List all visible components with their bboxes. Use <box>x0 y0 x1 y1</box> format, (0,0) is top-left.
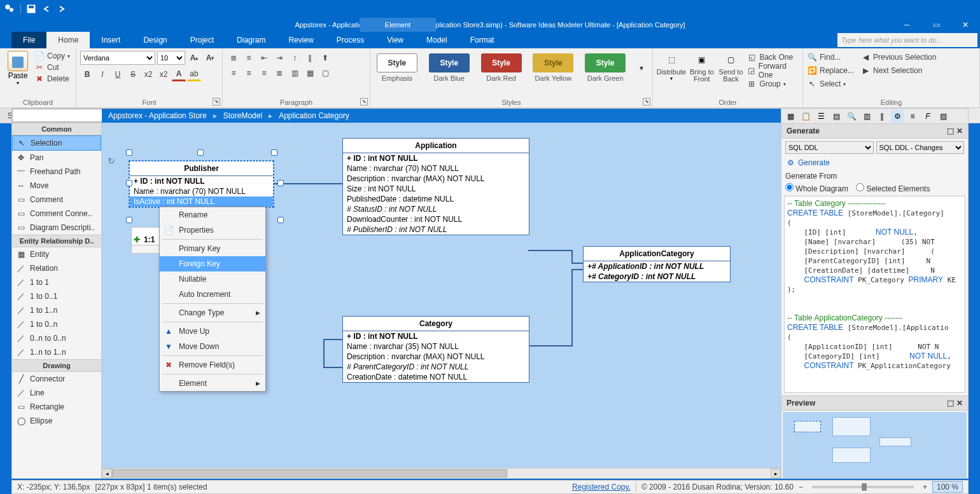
zoom-in-button[interactable]: + <box>923 483 927 491</box>
menu-diagram[interactable]: Diagram <box>225 32 277 48</box>
styles-more-button[interactable]: ▾ <box>634 61 648 75</box>
menu-design[interactable]: Design <box>132 32 178 48</box>
panel-icon-6[interactable]: ▥ <box>860 110 873 123</box>
tool-1-to-0-n[interactable]: ／1 to 0..n <box>12 317 101 331</box>
paragraph-dialog-launcher[interactable]: ⬊ <box>360 98 368 106</box>
previous-selection-button[interactable]: ◀Previous Selection <box>860 51 936 64</box>
tell-me-search[interactable]: Type here what you want to do... <box>837 33 977 47</box>
menu-insert[interactable]: Insert <box>90 32 132 48</box>
panel-icon-1[interactable]: ▦ <box>784 110 797 123</box>
paste-button[interactable]: Paste▾ <box>4 50 32 95</box>
ctx-change-type[interactable]: Change Type▶ <box>160 305 265 320</box>
text-direction-icon[interactable]: ↕ <box>288 51 302 65</box>
minimize-button[interactable]: ─ <box>892 18 921 32</box>
font-family-select[interactable]: Verdana <box>80 51 155 65</box>
panel-icon-5[interactable]: 🔍 <box>845 110 858 123</box>
entity-field[interactable]: +# ApplicationID : int NOT NULL <box>584 261 730 271</box>
distribute-button[interactable]: ⬚Distribute▾ <box>657 51 686 90</box>
breadcrumb-item[interactable]: Application Category <box>279 111 349 120</box>
shrink-font-icon[interactable]: A▾ <box>203 51 217 65</box>
panel-pin-icon[interactable]: ⬚ <box>947 127 954 135</box>
forward-one-button[interactable]: ◲Forward One <box>746 64 799 77</box>
tool-relation[interactable]: ／Relation <box>12 261 101 275</box>
menu-review[interactable]: Review <box>277 32 325 48</box>
ctx-move-down[interactable]: ▼Move Down <box>160 339 265 354</box>
entity-field[interactable]: PublishedDate : datetime NULL <box>343 194 529 204</box>
entity-field[interactable]: Description : nvarchar (MAX) NOT NULL <box>343 174 529 184</box>
cut-button[interactable]: ✂Cut <box>34 62 70 72</box>
highlight-button[interactable]: ab <box>187 67 201 81</box>
ctx-nullable[interactable]: Nullable <box>160 271 265 287</box>
selected-elements-radio[interactable]: Selected Elements <box>856 183 930 193</box>
entity-field[interactable]: Name : nvarchar (35) NOT NULL <box>343 341 529 352</box>
align-right-icon[interactable]: ≡ <box>257 66 271 80</box>
redo-icon[interactable] <box>57 4 67 14</box>
maximize-button[interactable]: ▭ <box>921 18 951 32</box>
group-button[interactable]: ⊞Group ▾ <box>746 78 799 90</box>
entity-field[interactable]: # StatusID : int NOT NULL <box>343 204 529 214</box>
entity-field[interactable]: +# CategoryID : int NOT NULL <box>584 271 730 282</box>
subscript-button[interactable]: x2 <box>141 67 155 81</box>
scroll-right-button[interactable]: ▸ <box>771 469 781 478</box>
file-menu[interactable]: File <box>11 32 46 48</box>
menu-project[interactable]: Project <box>179 32 225 48</box>
ctx-move-up[interactable]: ▲Move Up <box>160 324 265 339</box>
breadcrumb-item[interactable]: StoreModel <box>223 111 262 120</box>
entity-category[interactable]: Category + ID : int NOT NULLName : nvarc… <box>342 316 529 383</box>
scroll-left-button[interactable]: ◂ <box>102 469 112 478</box>
menu-home[interactable]: Home <box>46 32 90 48</box>
ctx-element[interactable]: Element▶ <box>160 376 265 391</box>
breadcrumb-item[interactable]: Appstorex - Application Store <box>108 111 207 120</box>
entity-field[interactable]: Name : nvarchar (70) NOT NULL <box>130 186 273 196</box>
sql-output[interactable]: -- Table Category --------------- CREATE… <box>784 196 965 393</box>
align-top-icon[interactable]: ⬆ <box>318 51 332 65</box>
tool-comment[interactable]: ▭Comment <box>12 193 101 207</box>
bullets-icon[interactable]: ≣ <box>227 51 241 65</box>
close-button[interactable]: ✕ <box>951 18 980 32</box>
entity-field[interactable]: Name : nvarchar (70) NOT NULL <box>343 163 529 174</box>
tool-line[interactable]: ／Line <box>12 386 101 400</box>
menu-model[interactable]: Model <box>415 32 459 48</box>
entity-field[interactable]: CreationDate : datetime NOT NULL <box>343 372 529 382</box>
menu-format[interactable]: Format <box>459 32 506 48</box>
grow-font-icon[interactable]: A▴ <box>187 51 201 65</box>
entity-field[interactable]: IsActive : int NOT NULL <box>130 196 273 207</box>
entity-field[interactable]: # PublisherID : int NOT NULL <box>343 224 529 235</box>
ctx-properties[interactable]: 📄Properties <box>160 223 265 238</box>
menu-view[interactable]: View <box>375 32 415 48</box>
generate-mode-select[interactable]: SQL DDL - Changes <box>876 141 965 154</box>
columns-icon[interactable]: ▥ <box>288 66 302 80</box>
generate-button[interactable]: ⚙Generate <box>785 156 964 169</box>
diagram-canvas[interactable]: Publisher + ID : int NOT NULLName : nvar… <box>102 123 781 478</box>
tool-pan[interactable]: ✥Pan <box>12 151 101 165</box>
entity-field[interactable]: + ID : int NOT NULL <box>130 176 273 186</box>
entity-field[interactable]: # ParentCategoryID : int NOT NULL <box>343 362 529 372</box>
panel-icon-7[interactable]: ‖ <box>876 110 888 123</box>
entity-field[interactable]: Description : nvarchar (MAX) NOT NULL <box>343 352 529 362</box>
style-dark-red[interactable]: StyleDark Red <box>479 53 524 82</box>
ctx-rename[interactable]: Rename <box>160 207 265 223</box>
numbering-icon[interactable]: ≡ <box>242 51 256 65</box>
tool-freehand-path[interactable]: 〰Freehand Path <box>12 165 101 179</box>
style-dark-green[interactable]: StyleDark Green <box>582 53 628 82</box>
preview-close-icon[interactable]: ✕ <box>956 399 963 408</box>
entity-field[interactable]: Size : int NOT NULL <box>343 184 529 194</box>
bring-to-front-button[interactable]: ▣Bring to Front <box>689 51 715 90</box>
entity-publisher[interactable]: Publisher + ID : int NOT NULLName : nvar… <box>129 161 274 207</box>
panel-icon-11[interactable]: ▨ <box>937 110 949 123</box>
panel-icon-3[interactable]: ☰ <box>815 110 827 123</box>
generate-target-select[interactable]: SQL DDL <box>785 141 874 154</box>
panel-icon-9[interactable]: ≡ <box>906 110 919 123</box>
strikethrough-button[interactable]: S <box>126 67 140 81</box>
tool-entity[interactable]: ▦Entity <box>12 247 101 261</box>
borders-icon[interactable]: ▦ <box>303 66 317 80</box>
copy-button[interactable]: 📄Copy ▾ <box>34 51 70 61</box>
entity-application[interactable]: Application + ID : int NOT NULLName : nv… <box>342 138 529 235</box>
tool-1-to-1[interactable]: ／1 to 1 <box>12 275 101 289</box>
justify-icon[interactable]: ≣ <box>272 66 286 80</box>
margin-icon[interactable]: ▢ <box>318 66 332 80</box>
whole-diagram-radio[interactable]: Whole Diagram <box>785 183 848 193</box>
tool-diagram-descripti-[interactable]: ▭Diagram Descripti.. <box>12 221 101 235</box>
style-dark-blue[interactable]: StyleDark Blue <box>426 53 472 82</box>
zoom-slider[interactable] <box>812 486 914 488</box>
